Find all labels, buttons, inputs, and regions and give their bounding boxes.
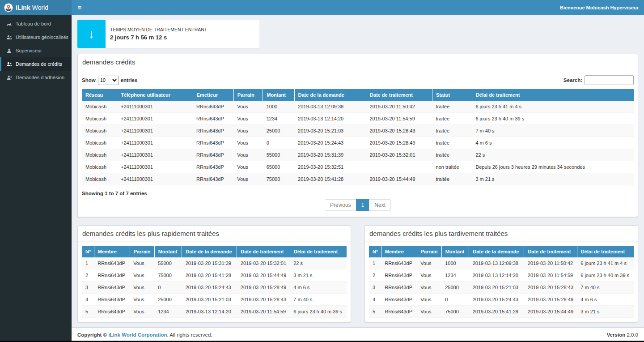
table-cell: Vous — [417, 269, 441, 282]
page-size-select[interactable]: 10 — [98, 76, 119, 85]
table-cell: RRnsi643dP — [94, 294, 130, 306]
credits-panel: demandes crédits Show 10 entries Search: — [77, 54, 638, 217]
sidebar-item-demandes-d-adhesion[interactable]: Demandes d'adhésion — [0, 71, 72, 84]
column-header[interactable]: Date de traitement — [524, 246, 577, 257]
brand[interactable]: iLinkWorld — [0, 0, 72, 15]
table-cell: 3 — [82, 282, 94, 294]
table-cell: RRnsi643dP — [193, 125, 233, 137]
column-header[interactable]: Date de la demande — [469, 246, 524, 257]
table-cell: 25000 — [154, 294, 182, 306]
table-cell: Mobicash — [82, 137, 117, 149]
table-cell: Mobicash — [82, 173, 117, 185]
table-cell: 0 — [441, 294, 469, 306]
table-cell: 1 — [82, 257, 94, 269]
table-cell: Vous — [417, 282, 441, 294]
table-cell: 6 jours 23 h 41 m 4 s — [472, 101, 634, 113]
column-header[interactable]: Téléphone utilisateur — [117, 89, 193, 101]
table-cell: 0 — [154, 282, 182, 294]
table-cell: Vous — [417, 306, 441, 318]
table-cell: 2019-03-20 15:32:01 — [237, 257, 290, 269]
table-header-row: N°MembreParrainMontantDate de la demande… — [82, 246, 347, 257]
table-row: 5RRnsi643dPVous12342019-03-13 12:14:2020… — [82, 306, 347, 318]
company-link[interactable]: iLink World Corporation — [108, 332, 167, 338]
table-cell: +24111000301 — [117, 173, 193, 185]
pagination-page-1-button[interactable]: 1 — [356, 199, 370, 211]
column-header[interactable]: Date de traitement — [366, 89, 432, 101]
fastest-table-body: 1RRnsi643dPVous550002019-03-20 15:31:392… — [82, 257, 347, 318]
version-label: Version — [607, 332, 626, 338]
table-row: 2RRnsi643dPVous750002019-03-20 15:41:282… — [82, 269, 347, 282]
sidebar-item-utilisateurs-geolocalises[interactable]: Utilisateurs géolocalisés — [0, 30, 72, 44]
column-header[interactable]: Parrain — [417, 246, 441, 257]
table-cell: 25000 — [441, 282, 469, 294]
table-cell: RRnsi643dP — [94, 257, 130, 269]
table-row: Mobicash+24111000301RRnsi643dPVous02019-… — [82, 137, 634, 149]
table-row: 5RRnsi643dPVous750002019-03-20 15:41:282… — [369, 306, 634, 318]
credits-table: RéseauTéléphone utilisateurEmetteurParra… — [82, 89, 634, 185]
column-header[interactable]: Réseau — [82, 89, 117, 101]
table-cell: 2019-03-20 15:31:39 — [182, 257, 237, 269]
column-header[interactable]: Date de la demande — [182, 246, 237, 257]
fastest-panel-title: demandes crédits les plus rapidement tra… — [78, 226, 351, 242]
sidebar-toggle-button[interactable]: ≡ — [72, 0, 88, 15]
column-header[interactable]: Parrain — [233, 89, 263, 101]
column-header[interactable]: Délai de traitement — [290, 246, 347, 257]
table-cell: 3 — [369, 282, 381, 294]
bottom-panels-row: demandes crédits les plus rapidement tra… — [77, 225, 638, 322]
table-cell: 2019-03-13 12:14:20 — [294, 113, 366, 125]
sidebar-item-label: Demandes d'adhésion — [16, 75, 64, 80]
table-cell: RRnsi643dP — [94, 282, 130, 294]
column-header[interactable]: Montant — [263, 89, 294, 101]
column-header[interactable]: N° — [369, 246, 381, 257]
column-header[interactable]: Parrain — [130, 246, 154, 257]
brand-name: iLinkWorld — [16, 4, 48, 11]
sidebar-item-superviseur[interactable]: Superviseur — [0, 44, 72, 57]
table-cell: Mobicash — [82, 125, 117, 137]
column-header[interactable]: Délai de traitement — [577, 246, 634, 257]
table-cell: 4 m 6 s — [290, 282, 347, 294]
search-label: Search: — [564, 77, 582, 83]
column-header[interactable]: Montant — [154, 246, 182, 257]
table-cell: Vous — [417, 257, 441, 269]
sidebar-item-tableau-de-bord[interactable]: Tableau de bord — [0, 17, 72, 30]
infobox-value: 2 jours 7 h 56 m 12 s — [110, 34, 207, 41]
table-cell: 5 — [82, 306, 94, 318]
fastest-requests-panel: demandes crédits les plus rapidement tra… — [77, 225, 351, 322]
table-cell: +24111000301 — [117, 125, 193, 137]
table-cell: +24111000301 — [117, 113, 193, 125]
pagination-next-button[interactable]: Next — [369, 199, 391, 211]
table-row: 2RRnsi643dPVous12342019-03-13 12:14:2020… — [369, 269, 634, 282]
credits-panel-title: demandes crédits — [78, 54, 638, 70]
column-header[interactable]: N° — [82, 246, 94, 257]
sidebar-item-demandes-de-credits[interactable]: Demandes de crédits — [0, 57, 72, 71]
column-header[interactable]: Date de traitement — [237, 246, 290, 257]
table-cell: +24111000301 — [117, 149, 193, 161]
table-cell: Vous — [233, 101, 263, 113]
table-cell: +24111000301 — [117, 101, 193, 113]
table-cell: 2019-03-20 15:44:49 — [237, 269, 290, 282]
pagination-previous-button[interactable]: Previous — [325, 199, 356, 211]
column-header[interactable]: Montant — [441, 246, 469, 257]
table-cell: Vous — [233, 173, 263, 185]
column-header[interactable]: Statut — [432, 89, 472, 101]
table-cell: 2019-03-20 15:21:03 — [182, 294, 237, 306]
column-header[interactable]: Membre — [94, 246, 130, 257]
table-row: Mobicash+24111000301RRnsi643dPVous650002… — [82, 161, 634, 173]
topbar: ≡ Bienvenue Mobicash Hyperviseur — [72, 0, 644, 15]
table-cell: Vous — [233, 125, 263, 137]
column-header[interactable]: Emetteur — [193, 89, 233, 101]
table-cell: 2019-03-20 15:21:03 — [294, 125, 366, 137]
content-area: ↓ TEMPS MOYEN DE TRAITEMENT ENTRANT 2 jo… — [72, 15, 644, 327]
table-cell: Mobicash — [82, 149, 117, 161]
table-cell — [366, 161, 432, 173]
table-cell: RRnsi643dP — [381, 269, 417, 282]
table-cell: traitée — [432, 113, 472, 125]
column-header[interactable]: Membre — [381, 246, 417, 257]
table-cell: 25000 — [263, 125, 294, 137]
column-header[interactable]: Délai de traitement — [472, 89, 634, 101]
column-header[interactable]: Date de la demande — [294, 89, 366, 101]
search-input[interactable] — [585, 75, 634, 85]
table-cell: RRnsi643dP — [193, 137, 233, 149]
table-cell: Vous — [233, 161, 263, 173]
sidebar-item-label: Tableau de bord — [16, 21, 51, 26]
